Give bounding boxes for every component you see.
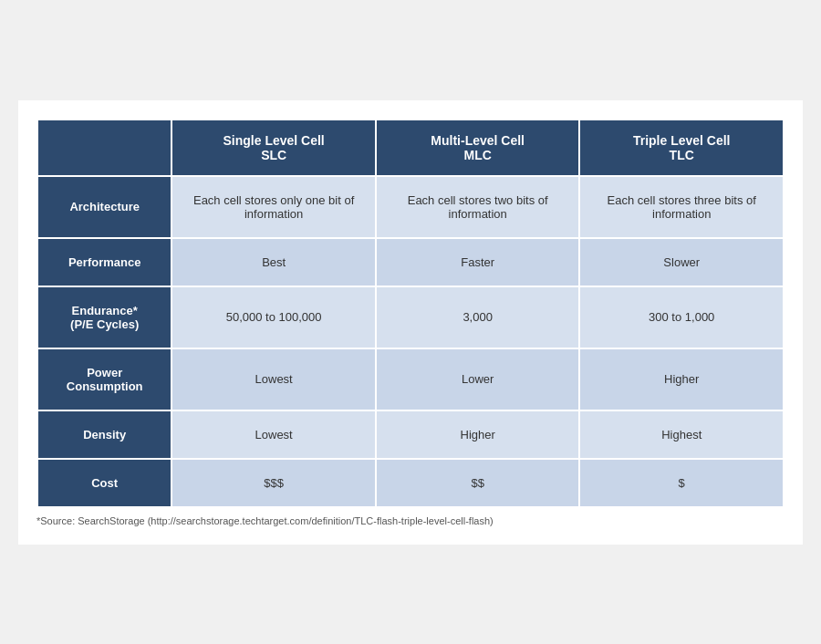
comparison-table-container: Single Level Cell SLC Multi-Level Cell M…	[18, 100, 803, 545]
cell-mlc: Higher	[376, 410, 580, 459]
cell-tlc: $	[579, 459, 784, 507]
header-slc: Single Level Cell SLC	[171, 119, 376, 176]
cell-slc: Lowest	[171, 348, 376, 410]
row-label: Endurance*(P/E Cycles)	[37, 286, 171, 348]
cell-tlc: Highest	[579, 410, 784, 459]
table-row: Cost$$$$$$	[37, 459, 784, 507]
cell-slc: Best	[171, 238, 376, 286]
row-label: Cost	[37, 459, 171, 507]
row-label: Power Consumption	[37, 348, 171, 410]
table-row: Power ConsumptionLowestLowerHigher	[37, 348, 784, 410]
cell-tlc: Each cell stores three bits of informati…	[579, 176, 784, 238]
cell-tlc: 300 to 1,000	[579, 286, 784, 348]
header-tlc: Triple Level Cell TLC	[579, 119, 784, 176]
cell-mlc: Faster	[376, 238, 580, 286]
table-row: ArchitectureEach cell stores only one bi…	[37, 176, 784, 238]
footnote: *Source: SearchStorage (http://searchsto…	[36, 515, 785, 526]
cell-slc: Lowest	[171, 410, 376, 459]
comparison-table: Single Level Cell SLC Multi-Level Cell M…	[36, 119, 785, 508]
cell-slc: Each cell stores only one bit of informa…	[171, 176, 376, 238]
cell-slc: 50,000 to 100,000	[171, 286, 376, 348]
header-mlc: Multi-Level Cell MLC	[376, 119, 580, 176]
cell-tlc: Higher	[579, 348, 784, 410]
table-row: Endurance*(P/E Cycles)50,000 to 100,0003…	[37, 286, 784, 348]
row-label: Performance	[37, 238, 171, 286]
row-label: Architecture	[37, 176, 171, 238]
cell-mlc: Each cell stores two bits of information	[376, 176, 580, 238]
header-empty	[37, 119, 171, 176]
row-label: Density	[37, 410, 171, 459]
cell-mlc: $$	[376, 459, 580, 507]
table-row: DensityLowestHigherHighest	[37, 410, 784, 459]
cell-mlc: Lower	[376, 348, 580, 410]
table-row: PerformanceBestFasterSlower	[37, 238, 784, 286]
cell-slc: $$$	[171, 459, 376, 507]
cell-tlc: Slower	[579, 238, 784, 286]
cell-mlc: 3,000	[376, 286, 580, 348]
